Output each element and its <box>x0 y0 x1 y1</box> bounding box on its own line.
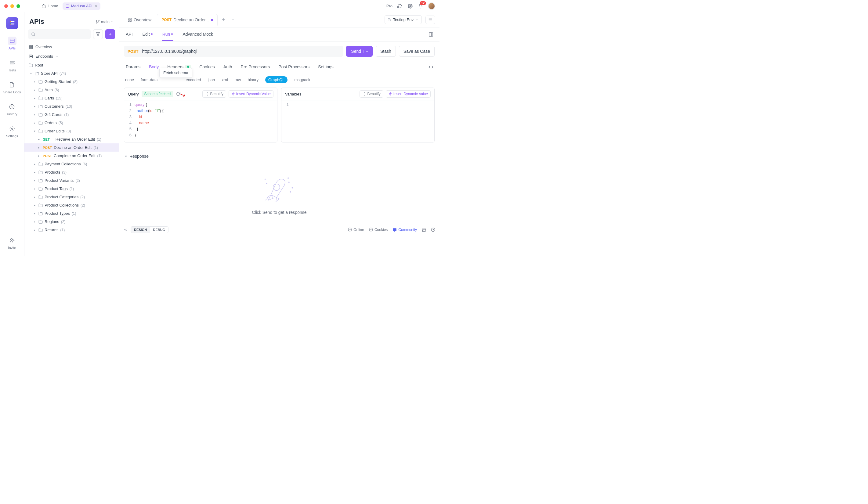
url-input[interactable]: POST http://127.0.0.1:9000/graphql <box>124 46 343 57</box>
body-raw[interactable]: raw <box>235 77 241 82</box>
subtab-api[interactable]: API <box>125 28 133 41</box>
tree-root[interactable]: Root <box>24 61 119 69</box>
minimize-window[interactable] <box>10 4 14 8</box>
tree-item[interactable]: ▾Store API (74) <box>24 69 119 77</box>
close-tab-icon[interactable]: × <box>95 4 97 9</box>
rail-share[interactable]: Share Docs <box>2 79 22 95</box>
body-xml[interactable]: xml <box>221 77 228 82</box>
footer-help[interactable] <box>431 228 435 232</box>
tab-overview[interactable]: Overview <box>123 14 156 25</box>
collapse-footer[interactable] <box>123 228 127 232</box>
tree-item[interactable]: ▸Product Tags (1) <box>24 185 119 193</box>
tree-item[interactable]: ▸Customers (10) <box>24 102 119 111</box>
sync-icon[interactable] <box>397 3 403 9</box>
footer-cookies[interactable]: Cookies <box>369 228 388 232</box>
tree-item[interactable]: ▸Getting Started (8) <box>24 77 119 86</box>
rail-invite[interactable]: Invite <box>7 235 18 251</box>
subtab-mock[interactable]: Advanced Mock <box>182 28 214 41</box>
home-tab[interactable]: Home <box>39 2 61 10</box>
settings-icon[interactable] <box>407 3 413 9</box>
search-input[interactable] <box>28 29 91 39</box>
tab-params[interactable]: Params <box>125 62 141 72</box>
branch-selector[interactable]: main <box>95 20 114 24</box>
branch-name: main <box>101 20 110 24</box>
project-tab[interactable]: Medusa API × <box>63 2 101 10</box>
avatar[interactable] <box>428 2 435 10</box>
tree-item[interactable]: ▸Product Categories (2) <box>24 193 119 201</box>
tab-post[interactable]: Post Processors <box>278 62 310 72</box>
rail-history[interactable]: History <box>6 101 18 117</box>
footer-gift[interactable] <box>422 228 426 232</box>
close-window[interactable] <box>4 4 8 8</box>
sidebar-overview[interactable]: Overview <box>24 42 119 52</box>
rail-settings[interactable]: Settings <box>5 123 20 139</box>
body-json[interactable]: json <box>208 77 215 82</box>
query-editor[interactable]: 123456 query { author(id: "1") { id name… <box>124 101 277 139</box>
panel-toggle[interactable] <box>428 32 433 37</box>
env-selector[interactable]: Te Testing Env <box>384 15 422 24</box>
tab-body[interactable]: Body <box>148 62 159 72</box>
tab-cookies[interactable]: Cookies <box>199 62 216 72</box>
tree-item[interactable]: ▸Product Types (1) <box>24 209 119 218</box>
subtab-run[interactable]: Run <box>162 28 174 41</box>
menu-button[interactable] <box>425 15 435 24</box>
url-method[interactable]: POST <box>127 49 138 54</box>
mode-design[interactable]: DESIGN <box>131 227 150 233</box>
status-online[interactable]: Online <box>348 228 364 232</box>
tree-item[interactable]: ▸Regions (2) <box>24 218 119 226</box>
tree-item[interactable]: ▸Gift Cards (1) <box>24 111 119 119</box>
endpoints-label: Endpoints <box>35 54 53 59</box>
tree-item[interactable]: ▸Product Collections (2) <box>24 201 119 209</box>
overview-label: Overview <box>35 44 52 49</box>
add-button[interactable] <box>105 29 115 39</box>
tree-label: Regions <box>44 219 59 224</box>
body-msgpack[interactable]: msgpack <box>294 77 310 82</box>
new-tab-button[interactable]: + <box>219 15 228 25</box>
maximize-window[interactable] <box>17 4 20 8</box>
mode-debug[interactable]: DEBUG <box>150 227 168 233</box>
beautify-button[interactable]: Beautify <box>202 90 226 98</box>
tree-item[interactable]: ▸Returns (1) <box>24 226 119 234</box>
notification-icon[interactable]: 12 <box>417 3 424 9</box>
filter-button[interactable] <box>93 29 103 39</box>
pro-label[interactable]: Pro <box>386 4 392 8</box>
body-binary[interactable]: binary <box>248 77 258 82</box>
body-graphql[interactable]: GraphQL <box>265 76 288 83</box>
response-toggle[interactable]: ▾ Response <box>125 154 433 159</box>
code-view-button[interactable] <box>428 65 433 70</box>
tree-item[interactable]: ▸Product Variants (2) <box>24 176 119 185</box>
plus-icon <box>108 32 112 36</box>
variables-editor[interactable]: 1 <box>281 101 434 109</box>
insert-dynamic-vars-button[interactable]: Insert Dynamic Value <box>386 90 431 98</box>
app-logo[interactable] <box>6 17 18 29</box>
footer-community[interactable]: Community <box>392 228 417 232</box>
beautify-vars-button[interactable]: Beautify <box>360 90 383 98</box>
body-encoded[interactable]: encoded <box>186 77 201 82</box>
tree-item[interactable]: ▸Products (3) <box>24 168 119 176</box>
body-none[interactable]: none <box>125 77 134 82</box>
send-button[interactable]: Send▾ <box>346 46 373 57</box>
tree-item[interactable]: ▸Auth (6) <box>24 86 119 94</box>
tab-settings[interactable]: Settings <box>318 62 334 72</box>
subtab-edit[interactable]: Edit <box>142 28 153 41</box>
tab-auth[interactable]: Auth <box>223 62 233 72</box>
folder-icon <box>39 162 43 166</box>
tree-item[interactable]: ▸Carts (15) <box>24 94 119 102</box>
tree-endpoint[interactable]: ▸GET Retrieve an Order Edit (1) <box>24 135 119 144</box>
rail-apis[interactable]: APIs <box>7 35 18 51</box>
stash-button[interactable]: Stash <box>376 46 396 57</box>
tree-endpoint-selected[interactable]: ▸POST Decline an Order Edit (1) <box>24 144 119 151</box>
tree-item[interactable]: ▸Orders (5) <box>24 119 119 127</box>
tab-pre[interactable]: Pre Processors <box>240 62 271 72</box>
tree-item[interactable]: ▾Order Edits (3) <box>24 127 119 135</box>
tree-item[interactable]: ▸Payment Collections (6) <box>24 160 119 168</box>
insert-dynamic-button[interactable]: Insert Dynamic Value <box>229 90 273 98</box>
resize-handle[interactable]: ⋯ <box>119 145 440 151</box>
tab-more-button[interactable]: ⋯ <box>229 15 238 24</box>
sidebar-endpoints[interactable]: 96 Endpoints <box>24 52 119 61</box>
body-form[interactable]: form-data <box>141 77 158 82</box>
save-case-button[interactable]: Save as Case <box>399 46 435 57</box>
rail-tests[interactable]: Tests <box>7 57 18 73</box>
tree-endpoint[interactable]: ▸POST Complete an Order Edit (1) <box>24 151 119 160</box>
tab-request[interactable]: POST Decline an Order... <box>157 14 217 25</box>
